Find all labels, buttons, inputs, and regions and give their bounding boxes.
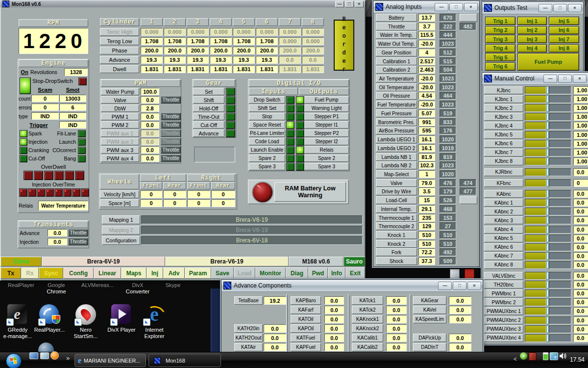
manual-row-label[interactable]: KJRbnc xyxy=(484,168,523,176)
advance-value[interactable]: 0.0 xyxy=(449,315,471,323)
advance-value[interactable]: 0.0 xyxy=(386,306,407,314)
desktop-icon-label[interactable]: GoogleChrome xyxy=(35,282,77,296)
manual-row-label[interactable]: KAbnc 3 xyxy=(484,216,523,224)
manual-row-label[interactable]: KJbnc 2 xyxy=(484,104,523,112)
manual-row-label[interactable]: KJbnc 6 xyxy=(484,140,523,148)
advance-value[interactable]: 0.0 xyxy=(386,315,407,323)
advance-value[interactable]: 0.0 xyxy=(324,296,344,305)
toolbar-exit[interactable]: Exit xyxy=(345,267,365,279)
manual-slider-track[interactable] xyxy=(525,86,546,94)
toolbar-linear[interactable]: Linear xyxy=(94,267,121,279)
manual-row-label[interactable]: TH20bnc xyxy=(484,281,523,289)
manual-slider-right[interactable] xyxy=(549,252,571,260)
manual-row-label[interactable]: KAbnc 2 xyxy=(484,208,523,215)
pwm-value[interactable]: 0.0 xyxy=(141,130,159,137)
toolbar-rx[interactable]: Rx xyxy=(21,267,39,279)
manual-value[interactable]: 0.0 xyxy=(573,190,588,198)
network-icon[interactable] xyxy=(550,352,558,360)
manual-slider-right[interactable] xyxy=(549,149,571,157)
manual-row-label[interactable]: KJbnc 1 xyxy=(484,95,523,103)
advance-value[interactable]: 0.0 xyxy=(386,324,407,333)
desktop-icon-label[interactable]: InternetExplorer xyxy=(132,327,176,341)
manual-slider-right[interactable] xyxy=(549,216,571,224)
manual-row-label[interactable]: PWMbnc 1 xyxy=(484,289,523,297)
pwm-value[interactable]: 0.0 xyxy=(141,121,159,129)
advance-value[interactable]: 0.0 xyxy=(324,324,344,333)
close-icon[interactable]: × xyxy=(464,3,478,11)
manual-value[interactable]: 0.0 xyxy=(573,235,588,242)
manual-row-label[interactable]: KAbnc 7 xyxy=(484,252,523,260)
minimize-icon[interactable]: — xyxy=(335,1,344,7)
advance-value[interactable]: 0.0 xyxy=(449,343,471,351)
inj-button[interactable]: Inj 5 xyxy=(549,17,579,25)
manual-value[interactable]: 0.0 xyxy=(573,334,588,342)
manual-slider-track[interactable] xyxy=(525,235,546,242)
status-brera-v6-19[interactable]: Brera-V6-19 xyxy=(165,257,289,266)
manual-slider-right[interactable] xyxy=(549,113,571,121)
manual-value[interactable]: 1.00 xyxy=(573,95,588,103)
engine-on-link[interactable]: On xyxy=(20,69,29,76)
manual-slider-right[interactable] xyxy=(549,272,571,280)
manual-row-label[interactable]: PWMAUXbnc 3 xyxy=(484,325,523,333)
smot-column-header[interactable]: Smot xyxy=(59,86,86,93)
inj-button[interactable]: Inj 6 xyxy=(549,26,579,34)
trig-button[interactable]: Trig 6 xyxy=(485,62,515,71)
manual-slider-track[interactable] xyxy=(525,149,546,157)
toolbar-pwd[interactable]: Pwd xyxy=(308,267,328,279)
manual-value[interactable]: 1.00 xyxy=(573,122,588,130)
manual-slider-right[interactable] xyxy=(549,226,571,234)
manual-value[interactable]: 0.0 xyxy=(573,298,588,306)
manual-slider-right[interactable] xyxy=(549,334,571,342)
status-close[interactable]: Close xyxy=(0,257,42,266)
manual-value[interactable]: 1.00 xyxy=(573,158,588,165)
manual-slider-track[interactable] xyxy=(525,307,546,315)
toolbar-inj[interactable]: Inj xyxy=(147,267,163,279)
manual-slider-right[interactable] xyxy=(549,243,571,251)
manual-slider-track[interactable] xyxy=(525,252,546,260)
mapping-row-label[interactable]: Mapping 2 xyxy=(102,226,140,235)
minimize-icon[interactable]: — xyxy=(435,3,448,11)
manual-row-label[interactable]: KAbnc xyxy=(484,190,523,198)
trigger-link[interactable]: Trigger xyxy=(19,122,59,129)
manual-value[interactable]: 0.0 xyxy=(573,168,588,176)
trig-button[interactable]: Trig 5 xyxy=(485,53,515,61)
manual-value[interactable]: 1.00 xyxy=(573,140,588,148)
desktop-icon-greddy[interactable]: e xyxy=(6,303,29,326)
toolbar-monitor[interactable]: Monitor xyxy=(255,267,286,279)
inj-button[interactable]: Inj 8 xyxy=(549,44,579,53)
inj-button[interactable]: Inj 1 xyxy=(517,17,547,25)
desktop-icon-realplayer[interactable] xyxy=(38,303,61,326)
throttle-button[interactable]: Throttle xyxy=(161,96,181,104)
toolbar-info[interactable]: Info xyxy=(328,267,345,279)
manual-slider-track[interactable] xyxy=(525,179,546,187)
throttle-button[interactable]: Throttle xyxy=(161,130,181,137)
advance-value[interactable]: 0.0 xyxy=(264,324,286,333)
manual-row-label[interactable]: KFbnc xyxy=(484,179,523,187)
manual-row-label[interactable]: VALVEbnc xyxy=(484,272,523,280)
minimize-icon[interactable]: — xyxy=(543,75,557,83)
status-brera-6v-19[interactable]: Brera-6V-19 xyxy=(42,257,165,266)
manual-value[interactable]: 0.0 xyxy=(573,272,588,280)
manual-value[interactable]: 0.0 xyxy=(573,208,588,215)
taskbar-button-mariani[interactable]: eMARIANI ENGINEER... xyxy=(74,354,146,367)
manual-slider-right[interactable] xyxy=(549,168,571,176)
advance-value[interactable]: 0.0 xyxy=(386,343,407,351)
titlebar-analog-inputs[interactable]: Analog Inputs — □ × xyxy=(373,1,479,13)
overflow-chevron-icon[interactable]: » xyxy=(66,354,72,364)
manual-row-label[interactable]: KAbnc 8 xyxy=(484,261,523,269)
tray-collapse-icon[interactable]: < xyxy=(514,356,518,365)
manual-slider-right[interactable] xyxy=(549,190,571,198)
manual-slider-track[interactable] xyxy=(525,208,546,215)
manual-slider-track[interactable] xyxy=(525,104,546,112)
manual-slider-track[interactable] xyxy=(525,168,546,176)
taskbar-button-mon168[interactable]: Mon168 xyxy=(148,354,221,367)
toolbar-save[interactable]: Save xyxy=(211,267,234,279)
close-icon[interactable]: × xyxy=(568,4,582,12)
manual-value[interactable]: 0.0 xyxy=(573,316,588,324)
manual-slider-right[interactable] xyxy=(549,208,571,215)
throttle-button[interactable]: Throttle xyxy=(161,121,181,129)
mapping-row-label[interactable]: Mapping 1 xyxy=(102,215,140,224)
manual-value[interactable]: 0.0 xyxy=(573,281,588,289)
toolbar-sync[interactable]: Sync xyxy=(39,267,63,279)
manual-slider-right[interactable] xyxy=(549,179,571,187)
